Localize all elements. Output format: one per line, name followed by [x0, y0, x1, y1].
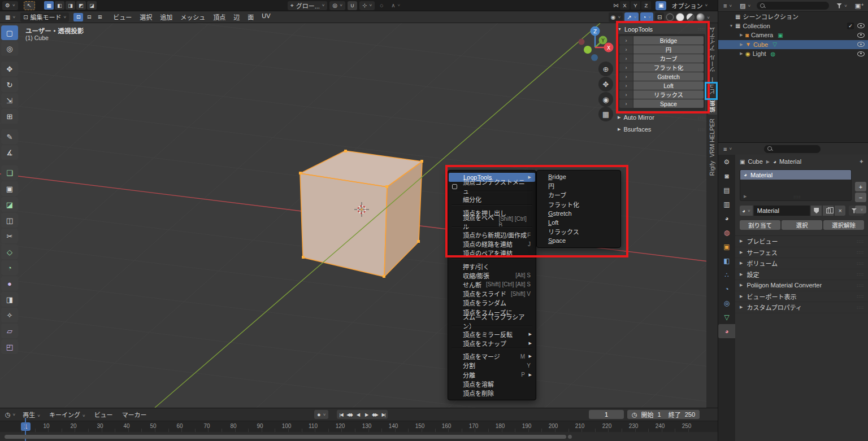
editor-type-selector[interactable]: ▦ — [2, 12, 18, 21]
playback-button[interactable]: |◀ — [337, 410, 345, 419]
outliner-editor-selector[interactable]: ≡ — [721, 1, 735, 10]
context-menu-item[interactable]: 頂点をランダム — [448, 298, 536, 307]
shading-wireframe-button[interactable] — [666, 13, 674, 21]
panel-grip[interactable]: :::: — [698, 115, 705, 120]
submenu-item[interactable]: Gstretch — [537, 209, 620, 218]
context-menu-item[interactable]: 押す/引く — [448, 262, 536, 271]
select-mode-intersect[interactable]: ◪ — [87, 1, 97, 10]
collapsed-panel-header[interactable]: Bsurfaces :::: — [618, 124, 705, 134]
timeline-scrollbar[interactable] — [5, 435, 566, 439]
properties-search-input[interactable] — [764, 145, 821, 153]
material-action-button[interactable]: 割り当て — [740, 220, 780, 230]
operator-expand-button[interactable]: › — [619, 63, 633, 72]
context-menu-item[interactable]: 頂点から新規辺/面作成 F — [448, 230, 536, 239]
section-header[interactable]: プレビュー :::: — [735, 236, 868, 247]
overlays-toggle[interactable]: ◔ — [640, 12, 653, 22]
edge-select-mode[interactable]: ⊟ — [84, 13, 94, 21]
list-grip[interactable]: :::: — [793, 194, 801, 199]
properties-tab[interactable]: ◔ — [718, 282, 735, 296]
viewport-3d[interactable]: Z Y X ユーザー・透視投影 (1) Cube ▢ ◎ ✥ — [0, 23, 718, 408]
operator-expand-button[interactable]: › — [619, 81, 633, 90]
tool-button[interactable]: ◇ — [1, 244, 18, 259]
section-header[interactable]: カスタムプロパティ :::: — [735, 302, 868, 313]
context-menu-item[interactable]: 頂点をベベル [Shift] [Ctrl] B — [448, 217, 536, 226]
current-frame-field[interactable]: 1 — [589, 410, 624, 419]
proportional-falloff-dropdown[interactable]: ∧ — [388, 1, 403, 10]
section-grip[interactable]: :::: — [857, 305, 864, 310]
context-menu-item[interactable] — [452, 348, 532, 352]
submenu-item[interactable]: Space — [537, 236, 620, 245]
context-menu-item[interactable] — [452, 258, 532, 262]
pivot-point-dropdown[interactable]: ◎ — [329, 1, 345, 10]
section-header[interactable]: サーフェス :::: — [735, 247, 868, 259]
sidebar-tab[interactable]: アイテム — [708, 27, 717, 51]
sidebar-tab[interactable]: VRM HELPER — [709, 119, 715, 157]
select-mode-new[interactable]: ▦ — [44, 1, 54, 10]
timeline-menu[interactable]: マーカー — [118, 410, 151, 419]
outliner-row[interactable]: ▶ ◙ Camera ▣ — [718, 30, 868, 40]
breadcrumb-data[interactable]: Material — [779, 158, 801, 165]
timeline-ruler[interactable]: 1020304050607080901001101201301401501601… — [0, 421, 718, 432]
breadcrumb-object[interactable]: Cube — [748, 158, 762, 165]
properties-tab[interactable]: ◕ — [718, 211, 735, 225]
shading-material-button[interactable] — [686, 13, 695, 21]
submenu-item[interactable]: リラックス — [537, 227, 620, 236]
cube-mesh[interactable] — [299, 150, 423, 278]
context-menu-item[interactable]: 分割 Y — [448, 361, 536, 370]
submenu-item[interactable]: 円 — [537, 181, 620, 190]
collection-checkbox[interactable]: ✓ — [847, 23, 854, 29]
playback-button[interactable]: ▶| — [379, 410, 388, 419]
looptools-panel-header[interactable]: LoopTools :::: — [618, 24, 705, 34]
list-expand-caret[interactable]: ▶ — [744, 194, 747, 199]
xray-toggle[interactable]: ⊟ — [655, 12, 664, 22]
looptools-operator-button[interactable]: フラット化 — [633, 63, 704, 72]
playback-button[interactable]: ◀◆ — [345, 410, 354, 419]
mirror-axis-toggle[interactable]: Z — [641, 1, 651, 10]
tool-button[interactable]: ◎ — [1, 41, 18, 56]
looptools-operator-button[interactable]: Gstretch — [633, 72, 704, 81]
submenu-item[interactable]: フラット化 — [537, 200, 620, 209]
gizmos-toggle[interactable]: ↗ — [624, 12, 639, 22]
tool-button[interactable]: ❑ — [1, 165, 18, 180]
outliner-display-mode[interactable]: ▨ — [737, 1, 753, 10]
timeline-menu[interactable]: 再生 — [18, 410, 45, 419]
context-menu-item[interactable]: 頂点の経路を連結 J — [448, 239, 536, 248]
snap-target-dropdown[interactable]: ⊹ — [359, 1, 375, 10]
properties-tab[interactable]: ◧ — [718, 254, 735, 268]
menu-item[interactable]: ビュー — [109, 12, 136, 21]
tool-button[interactable]: ◰ — [1, 339, 18, 354]
properties-tab[interactable]: ◍ — [718, 225, 735, 239]
outliner-row[interactable]: ▶ ◉ Light ◍ — [718, 49, 868, 59]
face-select-mode[interactable]: ⊞ — [95, 13, 105, 21]
properties-tab[interactable]: ▽ — [718, 310, 735, 324]
material-name-field[interactable]: Material — [754, 206, 810, 216]
operator-expand-button[interactable]: › — [619, 36, 633, 45]
proportional-editing-toggle[interactable]: ◌ — [377, 1, 386, 10]
properties-editor-selector[interactable]: ≡ — [721, 145, 735, 154]
section-grip[interactable]: :::: — [857, 239, 864, 244]
section-header[interactable]: 設定 :::: — [735, 269, 868, 281]
collapsed-panel-header[interactable]: Auto Mirror :::: — [618, 112, 705, 123]
select-mode-extend[interactable]: ◧ — [55, 1, 64, 10]
operator-expand-button[interactable]: › — [619, 72, 633, 81]
outliner-filter-dropdown[interactable] — [834, 1, 850, 10]
snap-toggle[interactable]: ∪ — [348, 1, 357, 10]
menu-item[interactable]: 辺 — [229, 12, 244, 21]
panel-grip[interactable]: :::: — [698, 127, 705, 132]
mirror-axis-toggle[interactable]: Y — [631, 1, 640, 10]
tool-button[interactable]: ◔ — [1, 260, 18, 275]
section-header[interactable]: Poliigon Material Converter :::: — [735, 280, 868, 291]
tool-button[interactable]: ⇲ — [1, 93, 18, 108]
properties-tab[interactable]: ▣ — [718, 239, 735, 254]
tool-button[interactable]: ▢ — [1, 25, 18, 40]
context-menu-item[interactable]: スムーズ（ラプラシアン） — [448, 317, 536, 326]
properties-tab[interactable]: ◕ — [718, 324, 735, 338]
menu-item[interactable]: UV — [258, 12, 274, 21]
unlink-material-button[interactable]: × — [835, 206, 845, 216]
looptools-operator-button[interactable]: 円 — [633, 45, 704, 54]
submenu-item[interactable]: Loft — [537, 218, 620, 227]
outliner-row[interactable]: ▦ シーンコレクション — [718, 12, 868, 21]
visibility-eye-icon[interactable] — [857, 23, 865, 28]
submenu-item[interactable]: Bridge — [537, 172, 620, 181]
context-menu-item[interactable]: 分離 P — [448, 370, 536, 379]
